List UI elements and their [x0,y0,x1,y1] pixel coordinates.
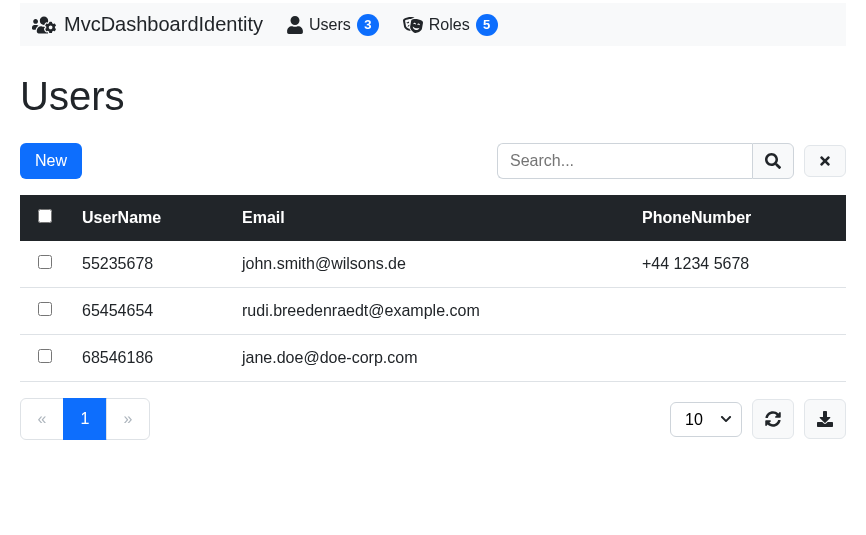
toolbar: New [20,143,846,179]
cell-phone: +44 1234 5678 [630,241,846,288]
clear-search-button[interactable] [804,145,846,177]
row-checkbox[interactable] [38,255,52,269]
search-icon [765,153,781,169]
download-button[interactable] [804,399,846,439]
close-icon [818,154,832,168]
table-row[interactable]: 55235678 john.smith@wilsons.de +44 1234 … [20,241,846,288]
table-footer: « 1 » 10 [20,398,846,440]
nav-roles-label: Roles [429,16,470,34]
row-checkbox[interactable] [38,349,52,363]
header-username[interactable]: UserName [70,195,230,241]
users-table: UserName Email PhoneNumber 55235678 john… [20,195,846,382]
navbar: MvcDashboardIdentity Users 3 Roles 5 [20,3,846,46]
cell-username: 65454654 [70,288,230,335]
cell-email: john.smith@wilsons.de [230,241,630,288]
search-group [497,143,846,179]
page-current[interactable]: 1 [64,399,106,439]
select-all-checkbox[interactable] [38,209,52,223]
header-phone[interactable]: PhoneNumber [630,195,846,241]
search-input[interactable] [497,143,752,179]
download-icon [817,411,833,427]
brand-link[interactable]: MvcDashboardIdentity [32,13,263,36]
pagination: « 1 » [20,398,150,440]
user-icon [287,16,303,34]
cell-email: jane.doe@doe-corp.com [230,335,630,382]
roles-count-badge: 5 [476,14,498,36]
table-row[interactable]: 68546186 jane.doe@doe-corp.com [20,335,846,382]
nav-users[interactable]: Users 3 [287,14,379,36]
cell-phone [630,335,846,382]
cell-phone [630,288,846,335]
cell-username: 55235678 [70,241,230,288]
row-checkbox[interactable] [38,302,52,316]
masks-icon [403,16,423,34]
users-cog-icon [32,15,56,35]
page-size-select[interactable]: 10 [670,402,742,437]
nav-roles[interactable]: Roles 5 [403,14,498,36]
page-prev[interactable]: « [21,399,63,439]
search-button[interactable] [752,143,794,179]
page-title: Users [20,74,846,119]
page-next[interactable]: » [107,399,149,439]
cell-email: rudi.breedenraedt@example.com [230,288,630,335]
nav-users-label: Users [309,16,351,34]
refresh-icon [765,411,781,427]
refresh-button[interactable] [752,399,794,439]
header-email[interactable]: Email [230,195,630,241]
table-row[interactable]: 65454654 rudi.breedenraedt@example.com [20,288,846,335]
users-count-badge: 3 [357,14,379,36]
new-button[interactable]: New [20,143,82,179]
brand-text: MvcDashboardIdentity [64,13,263,36]
cell-username: 68546186 [70,335,230,382]
